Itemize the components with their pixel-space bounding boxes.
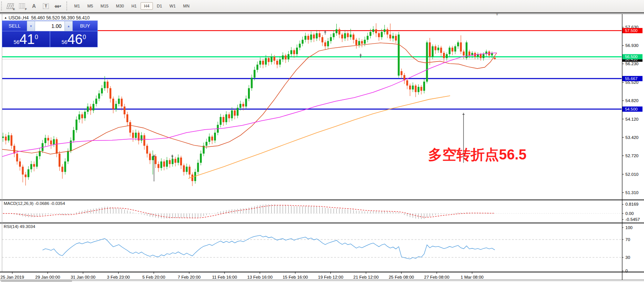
rsi-value: 49.3034 [20, 224, 35, 229]
svg-text:54.820: 54.820 [625, 98, 638, 103]
mt4-window: E F A T ◆◆▾ M1M5M15M30H1H4D1W1MN 57.6305… [0, 0, 644, 282]
svg-text:54.500: 54.500 [625, 107, 638, 111]
svg-text:11 Feb 16:00: 11 Feb 16:00 [212, 275, 237, 279]
rsi-label: RSI(14) 49.3034 [4, 224, 35, 229]
svg-text:56.500: 56.500 [625, 54, 638, 59]
svg-text:25 Jan 2019: 25 Jan 2019 [0, 275, 24, 279]
svg-text:1 Mar 08:00: 1 Mar 08:00 [461, 275, 483, 279]
chart-title: ▲USOil-,H4 56.460 56.520 56.390 56.410 [4, 15, 89, 20]
svg-text:21 Feb 12:00: 21 Feb 12:00 [354, 275, 379, 279]
svg-text:19 Feb 12:00: 19 Feb 12:00 [318, 275, 343, 279]
one-click-trading-panel: SELL ▼ ▲ BUY 56410 56460 [2, 20, 98, 47]
ma-mid-line [0, 53, 497, 157]
price-axis[interactable]: 57.63056.93056.23055.52054.82054.12053.4… [622, 25, 643, 273]
svg-text:55.667: 55.667 [625, 76, 638, 81]
candles-layer [2, 23, 496, 186]
chart-frame [0, 13, 644, 280]
svg-text:0.8169: 0.8169 [625, 202, 638, 206]
dagger-marker [171, 155, 173, 159]
collapse-arrow-icon[interactable]: ▲ [4, 16, 7, 19]
volume-input[interactable] [35, 21, 65, 31]
volume-down-button[interactable]: ▼ [27, 21, 35, 31]
svg-text:30: 30 [625, 255, 630, 260]
sell-price[interactable]: 56410 [2, 31, 50, 47]
macd-label: MACD(12,26,9) -0.0686 -0.0354 [4, 201, 65, 206]
svg-text:5 Feb 20:00: 5 Feb 20:00 [142, 275, 165, 279]
time-axis[interactable]: 25 Jan 201929 Jan 00:0031 Jan 00:003 Feb… [0, 272, 483, 279]
symbol-title: USOil-,H4 [9, 15, 29, 20]
buy-button[interactable]: BUY [73, 21, 97, 31]
svg-text:31 Jan 00:00: 31 Jan 00:00 [70, 275, 95, 279]
svg-text:-0.5457: -0.5457 [625, 217, 640, 222]
volume-up-button[interactable]: ▲ [65, 21, 73, 31]
chart-shift-marker-icon[interactable]: ▼ [495, 12, 499, 16]
svg-text:27 Feb 08:00: 27 Feb 08:00 [424, 275, 449, 279]
svg-text:54.120: 54.120 [625, 117, 638, 121]
buy-price[interactable]: 56460 [50, 31, 98, 47]
rsi-plot[interactable] [2, 235, 622, 259]
macd-values: -0.0686 -0.0354 [35, 201, 65, 206]
svg-text:52.010: 52.010 [625, 172, 638, 177]
ma-slow-line [188, 96, 450, 178]
svg-text:0.00: 0.00 [625, 211, 634, 216]
chart-annotation-text: 多空转折点56.5 [428, 145, 527, 164]
rsi-line [43, 235, 495, 259]
svg-text:15 Feb 16:00: 15 Feb 16:00 [283, 275, 308, 279]
scrollbar-thumb[interactable] [1, 281, 72, 282]
svg-text:70: 70 [625, 237, 630, 242]
ohlc-readout: 56.460 56.520 56.390 56.410 [31, 15, 90, 20]
svg-text:57.500: 57.500 [625, 28, 638, 33]
svg-text:13 Feb 16:00: 13 Feb 16:00 [247, 275, 273, 279]
svg-text:56.930: 56.930 [625, 43, 638, 48]
price-plot[interactable] [0, 23, 622, 186]
svg-text:7 Feb 20:00: 7 Feb 20:00 [178, 275, 201, 279]
dagger-marker [324, 31, 326, 35]
svg-text:51.310: 51.310 [625, 190, 638, 195]
svg-text:100: 100 [625, 225, 632, 230]
svg-text:3 Feb 23:00: 3 Feb 23:00 [107, 275, 130, 279]
svg-text:25 Feb 08:00: 25 Feb 08:00 [389, 275, 414, 279]
svg-text:52.720: 52.720 [625, 153, 638, 158]
svg-text:56.230: 56.230 [625, 61, 638, 66]
macd-plot[interactable] [2, 204, 622, 219]
sell-button[interactable]: SELL [2, 21, 27, 31]
svg-text:29 Jan 00:00: 29 Jan 00:00 [35, 275, 60, 279]
svg-text:53.420: 53.420 [625, 135, 638, 140]
horizontal-scrollbar[interactable] [0, 280, 644, 282]
